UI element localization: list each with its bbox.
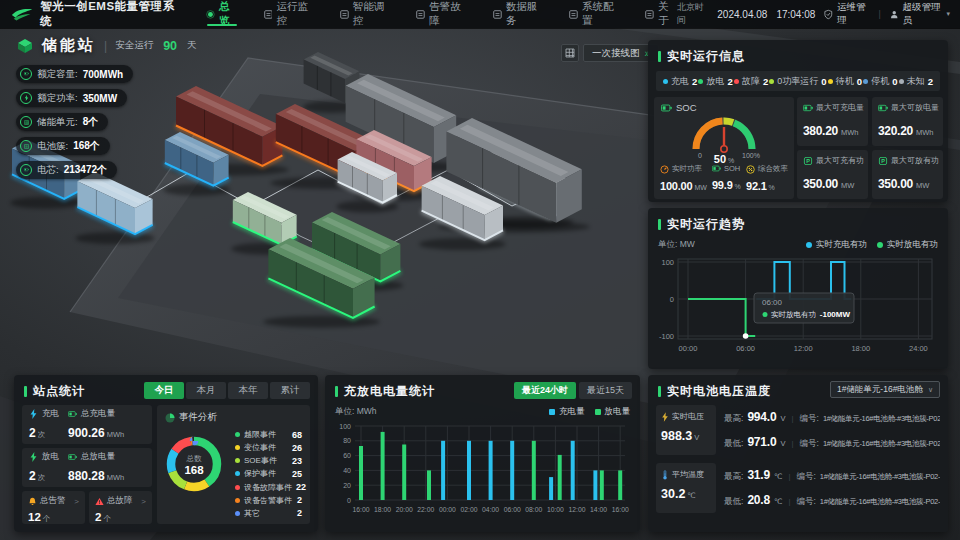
runtime-body: SOC 0100%50 % 实时功率100.00MWSOH99.9%综合效率92… bbox=[648, 91, 948, 205]
nav-square-icon bbox=[264, 9, 273, 19]
metric-unit: MW bbox=[694, 184, 706, 191]
status-dot bbox=[769, 79, 774, 84]
svg-text:00:00: 00:00 bbox=[679, 344, 698, 353]
event-dot bbox=[235, 498, 240, 503]
svg-text:P: P bbox=[806, 158, 810, 164]
event-dot bbox=[235, 432, 240, 437]
tab-今日[interactable]: 今日 bbox=[144, 382, 184, 399]
metric-label-row: SOH bbox=[712, 164, 746, 173]
id-label: 编号: bbox=[796, 471, 815, 483]
stat-value: 350MW bbox=[83, 93, 117, 104]
tab-累计[interactable]: 累计 bbox=[270, 382, 310, 399]
range-button-最近15天[interactable]: 最近15天 bbox=[579, 382, 632, 399]
nav-item-系统配置[interactable]: 系统配置 bbox=[569, 0, 619, 28]
min-label: 最低: bbox=[724, 438, 743, 450]
capacity-unit: MWh bbox=[916, 128, 934, 137]
event-value: 2 bbox=[297, 495, 302, 505]
safe-run-days: 90 bbox=[163, 39, 177, 53]
event-row-设备故障事件: 设备故障事件22 bbox=[235, 482, 302, 493]
station-stat-pill: 电芯:213472个 bbox=[16, 161, 117, 179]
svg-text:12:00: 12:00 bbox=[568, 506, 585, 513]
temperature-extremes: 最高: 31.9 ℃ | 编号: 1#储能单元-16#电池舱-#3电池簇-P02… bbox=[724, 463, 940, 513]
id-label: 编号: bbox=[800, 413, 819, 425]
title-accent-bar bbox=[658, 386, 661, 397]
event-value: 22 bbox=[296, 482, 306, 492]
panel-title: 实时电池电压温度 bbox=[667, 383, 771, 400]
svg-text:18:00: 18:00 bbox=[851, 344, 870, 353]
nav-item-告警故障[interactable]: 告警故障 bbox=[416, 0, 466, 28]
legend-item-实时放电有功: 实时放电有功 bbox=[877, 239, 938, 251]
svg-text:0: 0 bbox=[670, 295, 674, 304]
station-stat-pill: 额定功率:350MW bbox=[16, 89, 127, 107]
svg-text:06:00: 06:00 bbox=[762, 298, 783, 307]
status-未知: 未知2 bbox=[899, 75, 933, 88]
cell-icon bbox=[20, 164, 32, 176]
total-fault-card[interactable]: 总故障 > 2个 bbox=[89, 491, 152, 524]
station-overview: 储能站 | 安全运行 90 天 额定容量:700MWh额定功率:350MW储能单… bbox=[16, 36, 197, 185]
nav-item-关于[interactable]: 关于 bbox=[645, 0, 676, 28]
svg-text:80: 80 bbox=[343, 437, 351, 444]
row-divider: | bbox=[791, 439, 793, 448]
row-divider: | bbox=[788, 497, 790, 506]
realtime-info-panel: 实时运行信息 充电2放电2故障20功率运行0待机0停机0未知2 SOC 0100… bbox=[648, 40, 948, 202]
battery-unit-select[interactable]: 1#储能单元-16#电池舱 ∨ bbox=[830, 381, 940, 398]
nav-item-智能调控[interactable]: 智能调控 bbox=[340, 0, 390, 28]
panel-title-row: 实时运行信息 bbox=[648, 40, 948, 69]
tab-本年[interactable]: 本年 bbox=[228, 382, 268, 399]
metric-value: 99.9 bbox=[712, 179, 733, 191]
charge-label: 充电 bbox=[42, 408, 59, 420]
scene-toolbar: 一次接线图 » bbox=[561, 44, 659, 62]
safe-run-unit: 天 bbox=[187, 39, 197, 52]
metric-label-row: 实时功率 bbox=[660, 164, 712, 174]
min-label: 最低: bbox=[724, 496, 743, 508]
status-label: 未知 bbox=[907, 75, 925, 88]
charge-total-col: 总充电量 900.26MWh bbox=[68, 408, 124, 441]
capacity-label-row: P最大可放有功 bbox=[878, 155, 937, 166]
ops-management-button[interactable]: 运维管理 bbox=[824, 1, 869, 27]
battery-id: 1#储能单元-16#电池舱-#3电池簇-P02-C36 bbox=[820, 497, 940, 507]
event-dot bbox=[235, 511, 240, 516]
stat-value: 213472个 bbox=[64, 163, 107, 177]
metric-实时功率: 实时功率100.00MW bbox=[660, 164, 712, 194]
main-nav: 总览运行监控智能调控告警故障数据服务系统配置关于 bbox=[206, 0, 677, 28]
nav-label: 运行监控 bbox=[276, 0, 313, 28]
average-temperature-card: 平均温度 30.2℃ bbox=[656, 463, 716, 513]
range-button-最近24小时[interactable]: 最近24小时 bbox=[514, 382, 576, 399]
station-stat-pill: 额定容量:700MWh bbox=[16, 65, 133, 83]
event-value: 2 bbox=[297, 508, 302, 518]
battery-voltage-temp-panel: 实时电池电压温度 1#储能单元-16#电池舱 ∨ 实时电压 988.3V 最高:… bbox=[648, 375, 948, 532]
svg-text:168: 168 bbox=[184, 464, 204, 476]
svg-text:0: 0 bbox=[698, 152, 702, 159]
svg-text:00:00: 00:00 bbox=[439, 506, 456, 513]
metric-unit: % bbox=[735, 183, 741, 190]
user-menu[interactable]: 超级管理员 ▾ bbox=[890, 1, 950, 27]
nav-item-总览[interactable]: 总览 bbox=[206, 0, 237, 28]
nav-item-运行监控[interactable]: 运行监控 bbox=[264, 0, 314, 28]
brand-logo-icon bbox=[10, 6, 34, 22]
metric-value: 92.1 bbox=[746, 180, 767, 192]
event-analysis-title: 事件分析 bbox=[179, 411, 217, 424]
alarm-value: 12 bbox=[28, 511, 41, 523]
total-alarm-card[interactable]: 总告警 > 12个 bbox=[22, 491, 85, 524]
nav-item-数据服务[interactable]: 数据服务 bbox=[493, 0, 543, 28]
layout-grid-button[interactable] bbox=[561, 44, 579, 62]
temperature-max-row: 最高: 31.9 ℃ | 编号: 1#储能单元-16#电池舱-#3电池簇-P02… bbox=[724, 468, 940, 483]
status-dot bbox=[663, 79, 668, 84]
nav-square-icon bbox=[493, 9, 502, 19]
min-voltage-unit: V bbox=[780, 439, 785, 448]
status-count: 0 bbox=[857, 76, 862, 87]
station-stat-pill: 电池簇:168个 bbox=[16, 137, 110, 155]
efficiency-icon bbox=[746, 165, 755, 174]
event-label: 其它 bbox=[244, 508, 293, 519]
site-statistics-panel: 站点统计 今日本月本年累计 充电 2次 总充电量 bbox=[14, 375, 318, 532]
tab-本月[interactable]: 本月 bbox=[186, 382, 226, 399]
svg-text:06:00: 06:00 bbox=[504, 506, 521, 513]
capacity-label: 最大可充电量 bbox=[816, 102, 864, 113]
site-body: 充电 2次 总充电量 900.26MWh bbox=[22, 405, 310, 524]
chart-tooltip: 06:00实时放电有功-100MW bbox=[754, 293, 854, 323]
nav-square-icon bbox=[416, 9, 425, 19]
status-dot bbox=[698, 79, 703, 84]
legend-item-放电量: 放电量 bbox=[595, 406, 631, 418]
legend-label: 放电量 bbox=[605, 406, 631, 418]
battery-charge-icon bbox=[803, 104, 813, 112]
